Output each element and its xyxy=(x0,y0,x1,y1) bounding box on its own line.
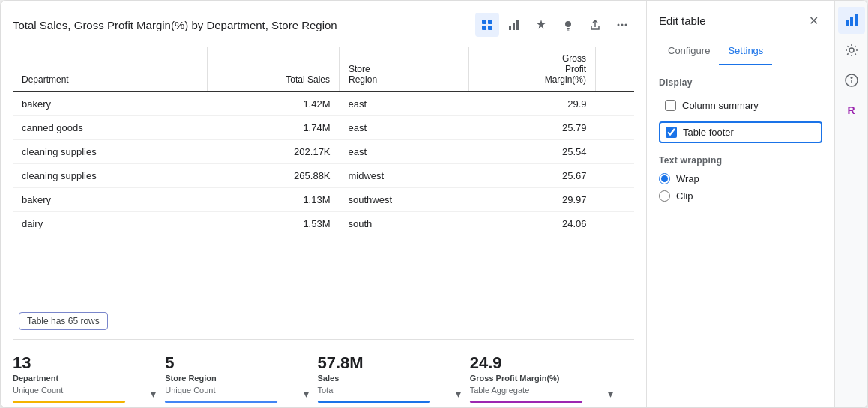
cell-department: bakery xyxy=(13,92,208,116)
svg-rect-0 xyxy=(482,20,486,24)
table-view-button[interactable] xyxy=(475,13,499,37)
table-row: dairy 1.53M south 24.06 xyxy=(13,212,634,236)
table-container: Department Total Sales StoreRegion Gross… xyxy=(13,47,634,304)
summary-label: Store RegionUnique Count xyxy=(165,373,305,396)
cell-empty xyxy=(596,140,634,164)
table-row: canned goods 1.74M east 25.79 xyxy=(13,116,634,140)
summary-metric: Gross Profit Margin(%) xyxy=(470,373,610,384)
main-panel: Total Sales, Gross Profit Margin(%) by D… xyxy=(1,1,647,407)
summary-item: 5 Store RegionUnique Count ▾ xyxy=(165,349,317,407)
toolbar xyxy=(475,13,634,37)
more-button[interactable] xyxy=(610,13,634,37)
column-summary-label[interactable]: Column summary xyxy=(682,100,759,111)
clip-option: Clip xyxy=(659,190,822,202)
cell-department: canned goods xyxy=(13,116,208,140)
cell-store-region: midwest xyxy=(340,164,469,188)
summary-label: Gross Profit Margin(%)Table Aggregate xyxy=(470,373,610,396)
tab-configure[interactable]: Configure xyxy=(659,38,719,65)
edit-panel-title: Edit table xyxy=(659,14,706,27)
wrap-label[interactable]: Wrap xyxy=(676,173,699,184)
svg-rect-2 xyxy=(482,26,486,30)
r-icon-label: R xyxy=(847,104,855,116)
summary-dropdown-icon[interactable]: ▾ xyxy=(304,388,309,400)
wrap-option: Wrap xyxy=(659,173,822,184)
tab-settings[interactable]: Settings xyxy=(719,38,772,65)
svg-rect-13 xyxy=(846,20,849,26)
rows-count-badge: Table has 65 rows xyxy=(19,312,108,330)
table-row: bakery 1.42M east 29.9 xyxy=(13,92,634,116)
chart-title: Total Sales, Gross Profit Margin(%) by D… xyxy=(13,19,337,32)
pin-button[interactable] xyxy=(529,13,553,37)
summary-dropdown-icon[interactable]: ▾ xyxy=(608,388,613,400)
summary-item: 13 DepartmentUnique Count ▾ xyxy=(13,349,165,407)
data-table: Department Total Sales StoreRegion Gross… xyxy=(13,47,634,236)
close-button[interactable]: ✕ xyxy=(804,11,822,29)
sidebar-barchart-button[interactable] xyxy=(838,7,865,34)
cell-store-region: east xyxy=(340,140,469,164)
cell-gross-profit: 25.79 xyxy=(469,116,596,140)
cell-gross-profit: 25.54 xyxy=(469,140,596,164)
summary-value: 57.8M xyxy=(318,353,458,373)
svg-point-7 xyxy=(565,21,571,27)
edit-panel: Edit table ✕ Configure Settings Display … xyxy=(647,1,834,407)
cell-total-sales: 1.53M xyxy=(208,212,340,236)
svg-rect-3 xyxy=(488,26,492,30)
clip-label[interactable]: Clip xyxy=(676,190,693,202)
table-footer-bar: Table has 65 rows xyxy=(13,308,634,334)
cell-empty xyxy=(596,212,634,236)
chart-view-button[interactable] xyxy=(502,13,526,37)
column-summary-option: Column summary xyxy=(659,95,822,116)
summary-bar xyxy=(165,400,277,403)
svg-rect-9 xyxy=(567,30,570,31)
col-total-sales: Total Sales xyxy=(208,47,340,92)
cell-empty xyxy=(596,92,634,116)
wrap-radio[interactable] xyxy=(659,173,670,184)
cell-store-region: east xyxy=(340,92,469,116)
table-scroll[interactable]: Department Total Sales StoreRegion Gross… xyxy=(13,47,634,236)
table-footer-label[interactable]: Table footer xyxy=(683,127,734,138)
summary-metric: Sales xyxy=(318,373,458,384)
summary-item: 24.9 Gross Profit Margin(%)Table Aggrega… xyxy=(470,349,622,407)
cell-empty xyxy=(596,116,634,140)
svg-point-11 xyxy=(621,24,624,26)
sidebar-info-button[interactable] xyxy=(838,67,865,94)
svg-rect-5 xyxy=(513,22,515,30)
cell-gross-profit: 25.67 xyxy=(469,164,596,188)
sidebar-r-button[interactable]: R xyxy=(838,97,865,124)
clip-radio[interactable] xyxy=(659,190,670,202)
bulb-button[interactable] xyxy=(556,13,580,37)
sidebar-settings-button[interactable] xyxy=(838,37,865,64)
header-row: Total Sales, Gross Profit Margin(%) by D… xyxy=(13,13,634,37)
svg-rect-14 xyxy=(850,17,853,26)
table-footer-checkbox[interactable] xyxy=(666,127,677,138)
summary-dropdown-icon[interactable]: ▾ xyxy=(151,388,156,400)
cell-gross-profit: 24.06 xyxy=(469,212,596,236)
cell-department: bakery xyxy=(13,188,208,212)
cell-empty xyxy=(596,164,634,188)
text-wrapping-section: Text wrapping Wrap Clip xyxy=(659,155,822,202)
column-summary-checkbox[interactable] xyxy=(665,100,676,111)
table-row: cleaning supplies 265.88K midwest 25.67 xyxy=(13,164,634,188)
summary-bar xyxy=(13,400,125,403)
summary-dropdown-icon[interactable]: ▾ xyxy=(456,388,461,400)
cell-gross-profit: 29.9 xyxy=(469,92,596,116)
cell-store-region: south xyxy=(340,212,469,236)
cell-department: cleaning supplies xyxy=(13,140,208,164)
svg-rect-4 xyxy=(509,26,511,30)
cell-total-sales: 265.88K xyxy=(208,164,340,188)
display-section-label: Display xyxy=(659,77,822,88)
summary-value: 5 xyxy=(165,353,305,373)
summary-metric: Department xyxy=(13,373,153,384)
summary-bar xyxy=(318,400,430,403)
summary-metric: Store Region xyxy=(165,373,305,384)
col-empty xyxy=(596,47,634,92)
summary-value: 13 xyxy=(13,353,153,373)
share-button[interactable] xyxy=(583,13,607,37)
svg-point-10 xyxy=(618,24,620,26)
table-row: cleaning supplies 202.17K east 25.54 xyxy=(13,140,634,164)
cell-department: cleaning supplies xyxy=(13,164,208,188)
edit-panel-body: Display Column summary Table footer Text… xyxy=(647,65,834,407)
cell-department: dairy xyxy=(13,212,208,236)
text-wrapping-label: Text wrapping xyxy=(659,155,822,166)
svg-rect-1 xyxy=(488,20,492,24)
